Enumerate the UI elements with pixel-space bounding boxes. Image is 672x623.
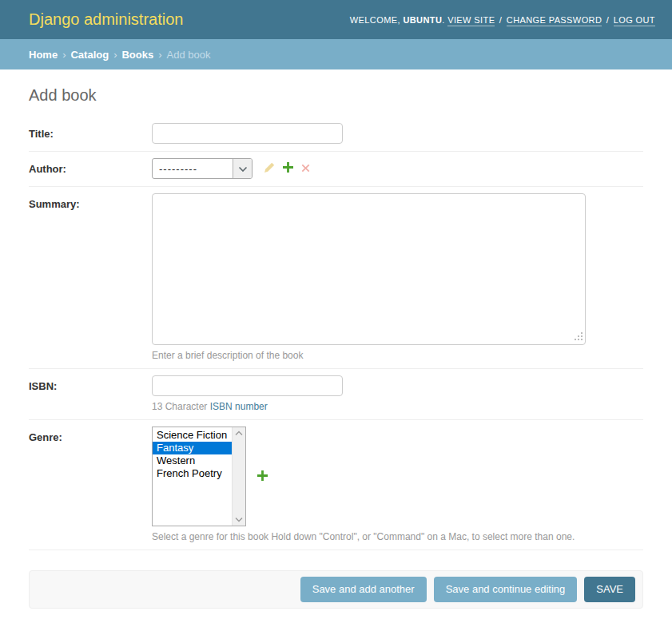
form-row-isbn: ISBN: 13 Character ISBN number (29, 369, 643, 420)
isbn-help-text: 13 Character ISBN number (152, 401, 343, 412)
add-book-form: Title: Author: --------- (29, 117, 643, 609)
scroll-down-icon[interactable] (235, 517, 243, 522)
breadcrumb-current: Add book (167, 49, 211, 61)
breadcrumb-catalog[interactable]: Catalog (70, 49, 109, 61)
form-row-summary: Summary: Enter a brief description of th… (29, 187, 643, 369)
content-area: Add book Title: Author: --------- (0, 86, 672, 609)
genre-multiselect[interactable]: Science Fiction Fantasy Western French P… (152, 427, 246, 526)
chevron-down-icon (238, 163, 248, 175)
breadcrumb-books[interactable]: Books (121, 49, 153, 61)
isbn-help-prefix: 13 Character (152, 401, 210, 412)
breadcrumb-separator: › (158, 49, 161, 61)
genre-help-text: Select a genre for this book Hold down "… (152, 531, 575, 542)
summary-label: Summary: (29, 193, 152, 210)
genre-scrollbar[interactable] (232, 427, 245, 526)
breadcrumb: Home › Catalog › Books › Add book (0, 39, 672, 69)
scroll-up-icon[interactable] (235, 431, 243, 436)
save-and-add-another-button[interactable]: Save and add another (300, 577, 427, 602)
title-label: Title: (29, 123, 152, 140)
add-plus-icon (257, 470, 268, 483)
breadcrumb-separator: › (113, 49, 117, 61)
author-select[interactable]: --------- (152, 158, 252, 179)
delete-cross-icon (301, 163, 310, 175)
link-separator: / (499, 15, 502, 25)
form-row-author: Author: --------- (29, 152, 643, 187)
username: UBUNTU (403, 15, 442, 25)
log-out-link[interactable]: LOG OUT (614, 15, 655, 26)
edit-pencil-icon (264, 162, 275, 176)
add-plus-icon (283, 162, 293, 175)
link-separator: / (606, 15, 609, 25)
form-row-title: Title: (29, 117, 643, 152)
genre-label: Genre: (29, 427, 152, 443)
admin-header: Django administration WELCOME, UBUNTU. V… (0, 0, 672, 39)
summary-textarea[interactable] (152, 193, 586, 345)
change-author-button[interactable] (264, 162, 275, 176)
breadcrumb-separator: › (62, 49, 66, 61)
genre-option[interactable]: French Poetry (153, 467, 232, 480)
author-label: Author: (29, 158, 152, 175)
genre-option[interactable]: Fantasy (153, 442, 232, 454)
author-select-value: --------- (153, 159, 233, 178)
genre-option[interactable]: Science Fiction (153, 429, 232, 442)
site-branding-link[interactable]: Django administration (29, 10, 183, 29)
genre-option[interactable]: Western (153, 454, 232, 467)
save-button[interactable]: SAVE (584, 577, 635, 602)
view-site-link[interactable]: VIEW SITE (447, 15, 495, 26)
title-input[interactable] (152, 123, 343, 144)
add-author-button[interactable] (283, 162, 293, 175)
delete-author-button[interactable] (301, 163, 310, 175)
add-genre-button[interactable] (257, 470, 268, 483)
isbn-label: ISBN: (29, 375, 152, 392)
textarea-resize-grip[interactable] (581, 339, 583, 340)
username-suffix: . (442, 15, 444, 25)
user-tools: WELCOME, UBUNTU. VIEW SITE / CHANGE PASS… (350, 15, 655, 25)
change-password-link[interactable]: CHANGE PASSWORD (507, 15, 602, 26)
submit-row: Save and add another Save and continue e… (29, 570, 643, 609)
page-title: Add book (29, 86, 643, 105)
save-and-continue-editing-button[interactable]: Save and continue editing (434, 577, 578, 602)
isbn-input[interactable] (152, 375, 343, 396)
breadcrumb-home[interactable]: Home (29, 49, 58, 61)
summary-help-text: Enter a brief description of the book (152, 350, 586, 361)
welcome-label: WELCOME, (350, 15, 400, 25)
author-select-arrow-button[interactable] (233, 159, 252, 178)
form-row-genre: Genre: Science Fiction Fantasy Western F… (29, 420, 643, 550)
isbn-number-link[interactable]: ISBN number (210, 401, 268, 412)
